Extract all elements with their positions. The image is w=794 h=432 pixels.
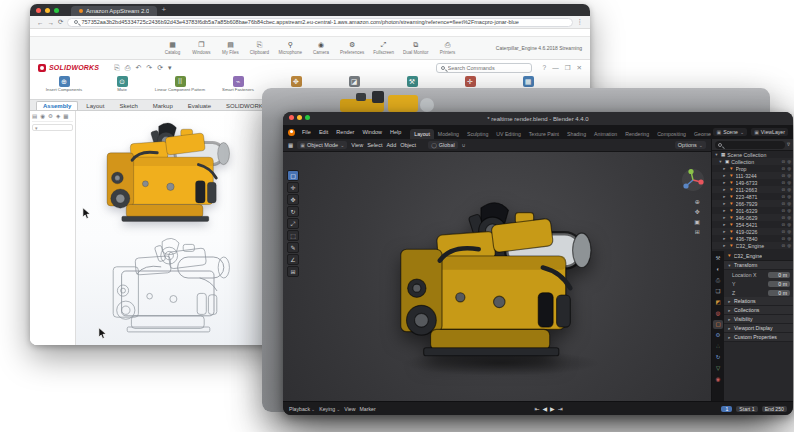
reload-icon[interactable]: ⟳ (58, 18, 63, 26)
view-layer-properties-icon[interactable]: ❏ (713, 287, 723, 296)
disclosure-icon[interactable]: ▸ (722, 180, 727, 185)
workspace-animation[interactable]: Animation (590, 129, 621, 139)
render-visibility-icon[interactable]: ◎ (787, 180, 791, 185)
tab-markup[interactable]: Markup (146, 101, 180, 110)
engine-model-shaded[interactable] (80, 113, 258, 231)
disclosure-icon[interactable]: ▸ (722, 229, 727, 234)
modifier-properties-icon[interactable]: ⚙ (713, 331, 723, 340)
tab-assembly[interactable]: Assembly (36, 101, 78, 110)
mode-dropdown[interactable]: ▣ Object Mode ⌄ (297, 141, 347, 149)
active-object-name[interactable]: C32_Engine (734, 253, 763, 259)
eye-icon[interactable]: ⊙ (781, 194, 785, 199)
print-icon[interactable]: ⎙ (125, 64, 131, 72)
workspace-shading[interactable]: Shading (563, 129, 590, 139)
ribbon-mate[interactable]: ⊙ Mate (94, 76, 150, 93)
search-input[interactable] (448, 65, 527, 71)
menu-file[interactable]: File (299, 128, 314, 136)
tab-evaluate[interactable]: Evaluate (181, 101, 218, 110)
outliner-item[interactable]: ▸ ▼ C32_Engine ⊙ ◎ (712, 242, 793, 249)
toolbar-item-printers[interactable]: ⎙ Printers (438, 41, 458, 55)
feature-tree-icon[interactable]: ▤ (32, 113, 37, 119)
material-properties-icon[interactable]: ◉ (713, 375, 723, 384)
outliner-item[interactable]: ▸ ▼ 223-4871 ⊙ ◎ (712, 193, 793, 200)
render-visibility-icon[interactable]: ◎ (787, 222, 791, 227)
tool-properties-icon[interactable]: ⚒ (713, 254, 723, 263)
new-tab-button[interactable]: + (161, 5, 166, 15)
url-text[interactable]: 757352aa3b2bd45334725c2436b92d43e43783f6… (81, 19, 518, 25)
outliner-item[interactable]: ▸ ▼ 111-3244 ⊙ ◎ (712, 172, 793, 179)
workspace-uv-editing[interactable]: UV Editing (492, 129, 525, 139)
outliner-item[interactable]: ▸ ▼ 419-0226 ⊙ ◎ (712, 228, 793, 235)
display-manager-icon[interactable]: ▦ (63, 113, 68, 119)
toolbar-item-my-files[interactable]: ▤ My Files (220, 41, 240, 55)
toolbar-item-dual-monitor[interactable]: ⧉ Dual Monitor (403, 41, 429, 55)
render-visibility-icon[interactable]: ◎ (787, 208, 791, 213)
close-window-button[interactable] (36, 8, 41, 13)
pan-icon[interactable]: ✥ (694, 208, 700, 215)
frame-start-field[interactable]: Start 1 (736, 406, 757, 412)
workspace-compositing[interactable]: Compositing (653, 129, 690, 139)
open-icon[interactable]: ⎘ (114, 64, 120, 72)
help-icon[interactable]: ? (543, 64, 547, 72)
eye-icon[interactable]: ⊙ (781, 243, 785, 248)
rotate-tool[interactable]: ↻ (287, 206, 299, 217)
render-visibility-icon[interactable]: ◎ (787, 236, 791, 241)
engine-model-rendered[interactable] (371, 186, 623, 372)
workspace-sculpting[interactable]: Sculpting (463, 129, 492, 139)
restore-icon[interactable]: ❐ (565, 64, 571, 72)
workspace-layout[interactable]: Layout (410, 129, 434, 139)
forward-icon[interactable]: → (48, 19, 55, 26)
output-properties-icon[interactable]: ⎙ (713, 276, 723, 285)
disclosure-icon[interactable]: ▸ (722, 187, 727, 192)
disclosure-icon[interactable]: ▸ (722, 173, 727, 178)
render-visibility-icon[interactable]: ◎ (787, 201, 791, 206)
workspace-modeling[interactable]: Modeling (434, 129, 463, 139)
custom-properties-panel-header[interactable]: ▸ Custom Properties (724, 333, 793, 342)
menu-select[interactable]: Select (367, 142, 382, 148)
world-properties-icon[interactable]: ◍ (713, 309, 723, 318)
menu-view[interactable]: View (351, 142, 363, 148)
disclosure-icon[interactable]: ▸ (722, 194, 727, 199)
toolbar-item-fullscreen[interactable]: ⤢ Fullscreen (373, 41, 394, 55)
dimxpert-icon[interactable]: ◈ (56, 113, 60, 119)
eye-icon[interactable]: ⊙ (781, 215, 785, 220)
cursor-tool[interactable]: ✛ (287, 182, 299, 193)
view-menu[interactable]: View (344, 406, 355, 412)
play-reverse-button[interactable]: ◀ (542, 405, 547, 412)
close-icon[interactable]: ✕ (577, 64, 582, 72)
redo-icon[interactable]: ↷ (146, 64, 152, 72)
property-manager-icon[interactable]: ◉ (40, 113, 45, 119)
minimize-icon[interactable]: — (552, 64, 559, 72)
camera-view-icon[interactable]: ▣ (694, 218, 700, 225)
measure-tool[interactable]: ∠ (287, 254, 299, 265)
menu-add[interactable]: Add (386, 142, 396, 148)
ortho-toggle-icon[interactable]: ⊞ (694, 228, 700, 235)
ribbon-smart-fasteners[interactable]: ⌁ Smart Fasteners (210, 76, 266, 93)
toolbar-item-windows[interactable]: ❐ Windows (191, 41, 211, 55)
eye-icon[interactable]: ⊙ (781, 173, 785, 178)
outliner-item[interactable]: ▸ ▼ 301-6329 ⊙ ◎ (712, 207, 793, 214)
move-tool[interactable]: ✥ (287, 194, 299, 205)
render-visibility-icon[interactable]: ◎ (787, 187, 791, 192)
render-visibility-icon[interactable]: ◎ (787, 173, 791, 178)
transform-tool[interactable]: ⬚ (287, 230, 299, 241)
toolbar-item-microphone[interactable]: ⚲ Microphone (278, 41, 302, 55)
outliner-item[interactable]: ▸ ▼ 354-5421 ⊙ ◎ (712, 221, 793, 228)
disclosure-icon[interactable]: ▸ (722, 215, 727, 220)
outliner-item[interactable]: ▸ ▼ 211-2663 ⊙ ◎ (712, 186, 793, 193)
data-properties-icon[interactable]: ▽ (713, 364, 723, 373)
disclosure-icon[interactable]: ▸ (722, 222, 727, 227)
location-y-field[interactable]: Y 0 m (724, 279, 793, 288)
workspace-geometry-nodes[interactable]: Geometry Nodes (690, 129, 712, 139)
tree-filter[interactable]: ▾ (32, 124, 73, 131)
disclosure-icon[interactable]: ▸ (722, 236, 727, 241)
scene-properties-icon[interactable]: ◩ (713, 298, 723, 307)
zoom-window-button[interactable] (54, 8, 59, 13)
outliner-item[interactable]: ▾ ▦ Scene Collection (712, 151, 793, 158)
toolbar-item-catalog[interactable]: ▦ Catalog (162, 41, 182, 55)
address-bar[interactable]: 757352aa3b2bd45334725c2436b92d43e43783f6… (67, 18, 572, 27)
rebuild-icon[interactable]: ⟳ (157, 64, 163, 72)
viewport-display-panel-header[interactable]: ▸ Viewport Display (724, 324, 793, 333)
zoom-icon[interactable]: ⊕ (694, 198, 700, 205)
toolbar-item-clipboard[interactable]: ⎘ Clipboard (249, 41, 269, 55)
